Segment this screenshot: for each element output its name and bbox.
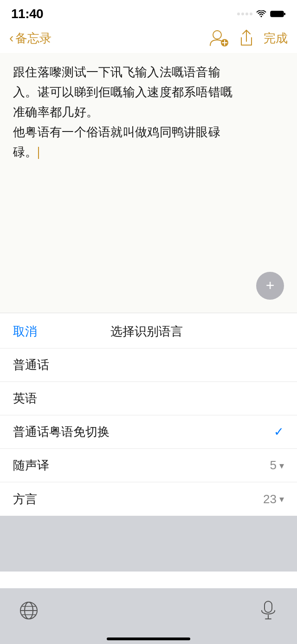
lang-item-fangyan[interactable]: 方言 23 ▾ [0, 482, 297, 516]
nav-bar: ‹ 备忘录 完成 [0, 25, 297, 53]
keyboard-bar [0, 588, 297, 644]
lang-label: 方言 [13, 491, 37, 507]
home-indicator [107, 637, 190, 640]
lang-item-english[interactable]: 英语 [0, 382, 297, 415]
language-sheet: 取消 选择识别语言 普通话 英语 普通话粤语免切换 ✓ 随声译 5 ▾ 方言 2… [0, 313, 297, 516]
microphone-button[interactable] [258, 600, 278, 621]
status-time: 11:40 [11, 7, 43, 21]
svg-point-0 [261, 16, 262, 17]
battery-icon [270, 10, 286, 18]
sheet-title: 选择识别语言 [110, 323, 183, 340]
lang-label: 普通话粤语免切换 [13, 424, 110, 440]
svg-point-3 [213, 31, 221, 39]
lang-count-number: 23 [263, 492, 277, 506]
lang-label: 随声译 [13, 457, 49, 473]
fab-button[interactable]: + [256, 272, 284, 300]
checkmark-icon: ✓ [274, 425, 284, 439]
done-button[interactable]: 完成 [264, 30, 288, 46]
sheet-header: 取消 选择识别语言 [0, 313, 297, 348]
status-bar: 11:40 [0, 0, 297, 25]
notes-area: 跟住落嚟测试一下讯飞输入法嘅语音输 入。谌可以睇到佢嘅输入速度都系唔错嘅 准确率… [0, 53, 297, 313]
back-chevron-icon: ‹ [9, 32, 13, 45]
status-icons [237, 10, 286, 18]
back-label: 备忘录 [15, 30, 52, 46]
wifi-icon [256, 10, 266, 18]
lang-item-putonghua[interactable]: 普通话 [0, 348, 297, 382]
notes-content[interactable]: 跟住落嚟测试一下讯飞输入法嘅语音输 入。谌可以睇到佢嘅输入速度都系唔错嘅 准确率… [13, 62, 284, 162]
sheet-cancel-button[interactable]: 取消 [13, 323, 37, 340]
lang-count: 5 ▾ [270, 458, 284, 473]
fab-icon: + [266, 278, 275, 293]
svg-rect-1 [271, 11, 284, 17]
svg-rect-12 [265, 601, 272, 612]
lang-label: 普通话 [13, 357, 49, 373]
lang-label: 英语 [13, 390, 37, 407]
lang-item-putonghua-cantonese[interactable]: 普通话粤语免切换 ✓ [0, 415, 297, 449]
share-button[interactable] [239, 29, 254, 47]
lang-count: 23 ▾ [263, 492, 284, 506]
signal-icon [237, 13, 252, 15]
text-cursor [38, 147, 39, 159]
chevron-down-icon: ▾ [279, 493, 284, 505]
nav-actions: 完成 [208, 29, 288, 47]
lang-item-suishengyi[interactable]: 随声译 5 ▾ [0, 449, 297, 482]
svg-rect-2 [284, 13, 285, 15]
chevron-down-icon: ▾ [279, 460, 284, 471]
globe-button[interactable] [19, 600, 39, 621]
lang-count-number: 5 [270, 458, 277, 473]
back-button[interactable]: ‹ 备忘录 [9, 30, 52, 46]
add-user-button[interactable] [208, 29, 229, 47]
